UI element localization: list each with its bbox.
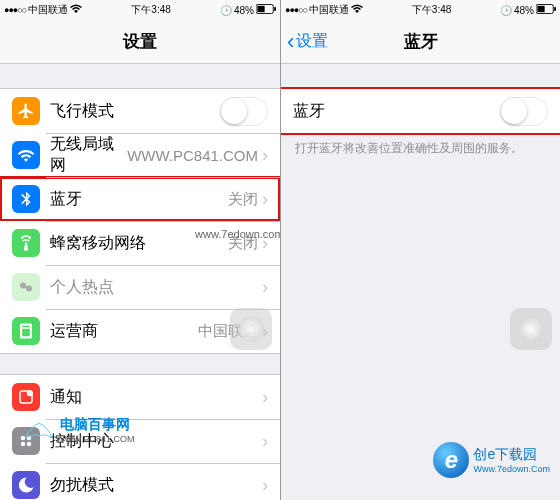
bluetooth-icon bbox=[12, 185, 40, 213]
chevron-right-icon: › bbox=[262, 145, 268, 166]
battery-percent: 48% bbox=[234, 5, 254, 16]
notifications-label: 通知 bbox=[50, 387, 262, 408]
chevron-right-icon: › bbox=[262, 475, 268, 496]
carrier-label: 中国联通 bbox=[28, 3, 68, 17]
svg-rect-1 bbox=[257, 6, 264, 12]
settings-group-2: 通知 › 控制中心 › 勿扰模式 › bbox=[0, 374, 280, 500]
settings-pane: ●●●○○ 中国联通 下午3:48 🕒 48% 设置 bbox=[0, 0, 280, 500]
carrier-icon bbox=[12, 317, 40, 345]
svg-rect-15 bbox=[554, 7, 556, 11]
wifi-label: 无线局域网 bbox=[50, 134, 127, 176]
bluetooth-toggle[interactable] bbox=[500, 97, 548, 126]
carrier-label: 运营商 bbox=[50, 321, 198, 342]
chevron-right-icon: › bbox=[262, 189, 268, 210]
wifi-icon bbox=[70, 4, 82, 16]
assistive-touch-icon[interactable] bbox=[510, 308, 552, 350]
dnd-icon bbox=[12, 471, 40, 499]
airplane-label: 飞行模式 bbox=[50, 101, 220, 122]
svg-rect-14 bbox=[537, 6, 544, 12]
chevron-right-icon: › bbox=[262, 233, 268, 254]
ie-logo-icon: e bbox=[433, 442, 469, 478]
page-title: 设置 bbox=[123, 30, 157, 53]
battery-icon bbox=[256, 4, 276, 16]
chevron-right-icon: › bbox=[262, 431, 268, 452]
cellular-value: 关闭 bbox=[228, 234, 258, 253]
nav-bar: 设置 bbox=[0, 20, 280, 64]
chevron-right-icon: › bbox=[262, 277, 268, 298]
airplane-toggle[interactable] bbox=[220, 97, 268, 126]
wifi-value: WWW.PC841.COM bbox=[127, 147, 258, 164]
svg-point-10 bbox=[27, 442, 32, 447]
cellular-label: 蜂窝移动网络 bbox=[50, 233, 228, 254]
row-wifi[interactable]: 无线局域网 WWW.PC841.COM › bbox=[0, 133, 280, 177]
bluetooth-label: 蓝牙 bbox=[50, 189, 228, 210]
alarm-icon: 🕒 bbox=[220, 5, 232, 16]
bluetooth-footer-text: 打开蓝牙将改善位置准确性及周围的服务。 bbox=[281, 134, 560, 163]
status-bar: ●●●○○ 中国联通 下午3:48 🕒 48% bbox=[0, 0, 280, 20]
signal-icon: ●●●○○ bbox=[285, 5, 307, 15]
bluetooth-toggle-label: 蓝牙 bbox=[293, 101, 500, 122]
battery-icon bbox=[536, 4, 556, 16]
control-center-icon bbox=[12, 427, 40, 455]
dnd-label: 勿扰模式 bbox=[50, 475, 262, 496]
svg-point-7 bbox=[21, 436, 26, 441]
notifications-icon bbox=[12, 383, 40, 411]
row-bluetooth[interactable]: 蓝牙 关闭 › bbox=[0, 177, 280, 221]
alarm-icon: 🕒 bbox=[500, 5, 512, 16]
page-title: 蓝牙 bbox=[404, 30, 438, 53]
hotspot-label: 个人热点 bbox=[50, 277, 262, 298]
status-bar: ●●●○○ 中国联通 下午3:48 🕒 48% bbox=[281, 0, 560, 20]
row-notifications[interactable]: 通知 › bbox=[0, 375, 280, 419]
bluetooth-group: 蓝牙 bbox=[281, 88, 560, 134]
assistive-touch-icon[interactable] bbox=[230, 308, 272, 350]
signal-icon: ●●●○○ bbox=[4, 5, 26, 15]
row-hotspot: 个人热点 › bbox=[0, 265, 280, 309]
status-time: 下午3:48 bbox=[412, 3, 451, 17]
back-button[interactable]: ‹ 设置 bbox=[287, 29, 328, 55]
svg-point-9 bbox=[21, 442, 26, 447]
row-control-center[interactable]: 控制中心 › bbox=[0, 419, 280, 463]
row-dnd[interactable]: 勿扰模式 › bbox=[0, 463, 280, 500]
row-bluetooth-toggle[interactable]: 蓝牙 bbox=[281, 89, 560, 133]
nav-bar: ‹ 设置 蓝牙 bbox=[281, 20, 560, 64]
svg-point-6 bbox=[27, 390, 33, 396]
chevron-left-icon: ‹ bbox=[287, 29, 294, 55]
control-center-label: 控制中心 bbox=[50, 431, 262, 452]
cellular-icon bbox=[12, 229, 40, 257]
row-airplane[interactable]: 飞行模式 bbox=[0, 89, 280, 133]
airplane-icon bbox=[12, 97, 40, 125]
watermark-cey: e 创e下载园 Www.7edown.Com bbox=[433, 442, 550, 478]
svg-rect-2 bbox=[274, 7, 276, 11]
bluetooth-pane: ●●●○○ 中国联通 下午3:48 🕒 48% ‹ 设置 蓝牙 bbox=[280, 0, 560, 500]
svg-point-8 bbox=[27, 436, 32, 441]
back-label: 设置 bbox=[296, 31, 328, 52]
wifi-icon bbox=[351, 4, 363, 16]
bluetooth-value: 关闭 bbox=[228, 190, 258, 209]
carrier-label: 中国联通 bbox=[309, 3, 349, 17]
hotspot-icon bbox=[12, 273, 40, 301]
status-time: 下午3:48 bbox=[131, 3, 170, 17]
row-cellular[interactable]: 蜂窝移动网络 关闭 › bbox=[0, 221, 280, 265]
wifi-row-icon bbox=[12, 141, 40, 169]
battery-percent: 48% bbox=[514, 5, 534, 16]
chevron-right-icon: › bbox=[262, 387, 268, 408]
